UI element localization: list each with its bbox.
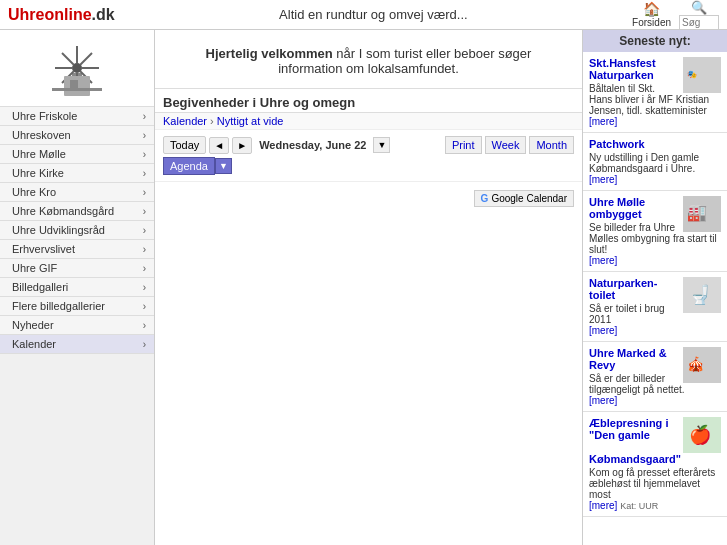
news-more-5[interactable]: [mere]	[589, 500, 617, 511]
news-text-5: Kom og få presset efterårets æblehøst ti…	[589, 467, 715, 500]
btn-forward[interactable]: ►	[232, 137, 252, 154]
date-dropdown[interactable]: ▼	[373, 137, 390, 153]
breadcrumb: Kalender › Nyttigt at vide	[155, 113, 582, 130]
search-icon: 🔍	[691, 0, 707, 15]
google-calendar-btn[interactable]: G Google Calendar	[474, 190, 574, 207]
btn-print[interactable]: Print	[445, 136, 482, 154]
news-more-2[interactable]: [mere]	[589, 255, 617, 266]
sidebar-item-billedgalleri[interactable]: Billedgalleri ›	[0, 278, 154, 297]
arrow-icon: ›	[143, 244, 146, 255]
news-image-3: 🚽	[683, 277, 721, 313]
news-header: Seneste nyt:	[583, 30, 727, 52]
arrow-icon: ›	[143, 187, 146, 198]
sidebar-item-uhre-gif[interactable]: Uhre GIF ›	[0, 259, 154, 278]
welcome-bold: Hjertelig velkommen	[206, 46, 333, 61]
home-button[interactable]: 🏠 Forsiden	[632, 1, 671, 28]
news-item-4: 🎪 Uhre Marked & Revy Så er der billeder …	[583, 342, 727, 412]
arrow-icon: ›	[143, 130, 146, 141]
google-logo-icon: G	[481, 193, 489, 204]
google-cal-row: G Google Calendar	[155, 182, 582, 211]
google-calendar-label: Google Calendar	[491, 193, 567, 204]
arrow-icon: ›	[143, 168, 146, 179]
arrow-icon: ›	[143, 320, 146, 331]
news-thumb-5: 🍎	[683, 417, 721, 453]
site-logo[interactable]: Uhreonline.dk	[8, 6, 115, 24]
calendar-section-title: Begivenheder i Uhre og omegn	[163, 95, 355, 110]
sidebar-item-uhre-friskole[interactable]: Uhre Friskole ›	[0, 107, 154, 126]
breadcrumb-nyttigt[interactable]: Nyttigt at vide	[217, 115, 284, 127]
sidebar-item-nyheder[interactable]: Nyheder ›	[0, 316, 154, 335]
search-area: 🔍	[679, 0, 719, 30]
news-item-5: 🍎 Æblepresning i "Den gamle Købmandsgaar…	[583, 412, 727, 517]
news-extra-5: Kat: UUR	[620, 501, 658, 511]
news-thumb-4: 🎪	[683, 347, 721, 383]
sidebar-item-uhre-kirke[interactable]: Uhre Kirke ›	[0, 164, 154, 183]
sidebar-item-erhvervslivet[interactable]: Erhvervslivet ›	[0, 240, 154, 259]
btn-week[interactable]: Week	[485, 136, 527, 154]
svg-line-6	[62, 53, 74, 65]
sidebar-item-uhreskoven[interactable]: Uhreskoven ›	[0, 126, 154, 145]
top-bar: Uhreonline.dk Altid en rundtur og omvej …	[0, 0, 727, 30]
sidebar-item-uhre-kro[interactable]: Uhre Kro ›	[0, 183, 154, 202]
arrow-icon: ›	[143, 339, 146, 350]
date-display: Wednesday, June 22	[259, 139, 366, 151]
news-item-0: 🎭 Skt.Hansfest Naturparken Båltalen til …	[583, 52, 727, 133]
news-thumb-3: 🚽	[683, 277, 721, 313]
news-more-3[interactable]: [mere]	[589, 325, 617, 336]
arrow-icon: ›	[143, 111, 146, 122]
left-sidebar: Uhre Friskole › Uhreskoven › Uhre Mølle …	[0, 30, 155, 545]
calendar-title-row: Begivenheder i Uhre og omegn	[155, 89, 582, 113]
btn-month[interactable]: Month	[529, 136, 574, 154]
calendar-toolbar: Today ◄ ► Wednesday, June 22 ▼ Print Wee…	[155, 130, 582, 182]
svg-text:🍎: 🍎	[689, 424, 712, 446]
svg-line-8	[80, 53, 92, 65]
arrow-icon: ›	[143, 263, 146, 274]
news-more-4[interactable]: [mere]	[589, 395, 617, 406]
news-item-1: Patchwork Ny udstilling i Den gamle Købm…	[583, 133, 727, 191]
right-sidebar: Seneste nyt: 🎭 Skt.Hansfest Naturparken …	[582, 30, 727, 545]
arrow-icon: ›	[143, 282, 146, 293]
two-col: Hjertelig velkommen når I som turist ell…	[155, 30, 727, 545]
windmill-image	[42, 38, 112, 98]
arrow-icon: ›	[143, 149, 146, 160]
sidebar-item-kalender[interactable]: Kalender ›	[0, 335, 154, 354]
news-more-1[interactable]: [mere]	[589, 174, 617, 185]
news-text-3: Så er toilet i brug 2011	[589, 303, 665, 325]
news-image-5: 🍎	[683, 417, 721, 453]
btn-back[interactable]: ◄	[209, 137, 229, 154]
top-bar-right: 🏠 Forsiden 🔍	[632, 0, 719, 30]
sidebar-item-flere-billedgallerier[interactable]: Flere billedgallerier ›	[0, 297, 154, 316]
sidebar-item-uhre-kobmandsgard[interactable]: Uhre Købmandsgård ›	[0, 202, 154, 221]
sidebar-item-uhre-molle[interactable]: Uhre Mølle ›	[0, 145, 154, 164]
search-input[interactable]	[679, 15, 719, 30]
arrow-icon: ›	[143, 301, 146, 312]
news-item-3: 🚽 Naturparken-toilet Så er toilet i brug…	[583, 272, 727, 342]
agenda-dropdown[interactable]: ▼	[215, 158, 232, 174]
news-title-1[interactable]: Patchwork	[589, 138, 721, 150]
welcome-text: Hjertelig velkommen når I som turist ell…	[175, 46, 562, 76]
site-slogan: Altid en rundtur og omvej værd...	[115, 7, 632, 22]
news-text-4: Så er der billeder tilgængeligt på nette…	[589, 373, 685, 395]
home-label: Forsiden	[632, 17, 671, 28]
main-layout: Uhre Friskole › Uhreskoven › Uhre Mølle …	[0, 30, 727, 545]
sidebar-logo	[0, 30, 154, 107]
news-thumb-0: 🎭	[683, 57, 721, 93]
svg-text:🏭: 🏭	[687, 203, 707, 222]
news-more-0[interactable]: [mere]	[589, 116, 617, 127]
sidebar-item-uhre-udviklingsrad[interactable]: Uhre Udviklingsråd ›	[0, 221, 154, 240]
news-item-2: 🏭 Uhre Mølle ombygget Se billeder fra Uh…	[583, 191, 727, 272]
news-image-4: 🎪	[683, 347, 721, 383]
welcome-section: Hjertelig velkommen når I som turist ell…	[155, 30, 582, 89]
btn-agenda[interactable]: Agenda	[163, 157, 215, 175]
news-thumb-2: 🏭	[683, 196, 721, 232]
btn-today[interactable]: Today	[163, 136, 206, 154]
arrow-icon: ›	[143, 206, 146, 217]
breadcrumb-kalender[interactable]: Kalender	[163, 115, 207, 127]
news-text-1: Ny udstilling i Den gamle Købmandsgaard …	[589, 152, 699, 174]
svg-text:🎭: 🎭	[687, 69, 697, 79]
btn-agenda-group: Agenda ▼	[163, 157, 232, 175]
svg-text:🚽: 🚽	[689, 284, 712, 306]
news-image-0: 🎭	[683, 57, 721, 93]
svg-text:🎪: 🎪	[687, 356, 705, 373]
home-icon: 🏠	[643, 1, 660, 17]
